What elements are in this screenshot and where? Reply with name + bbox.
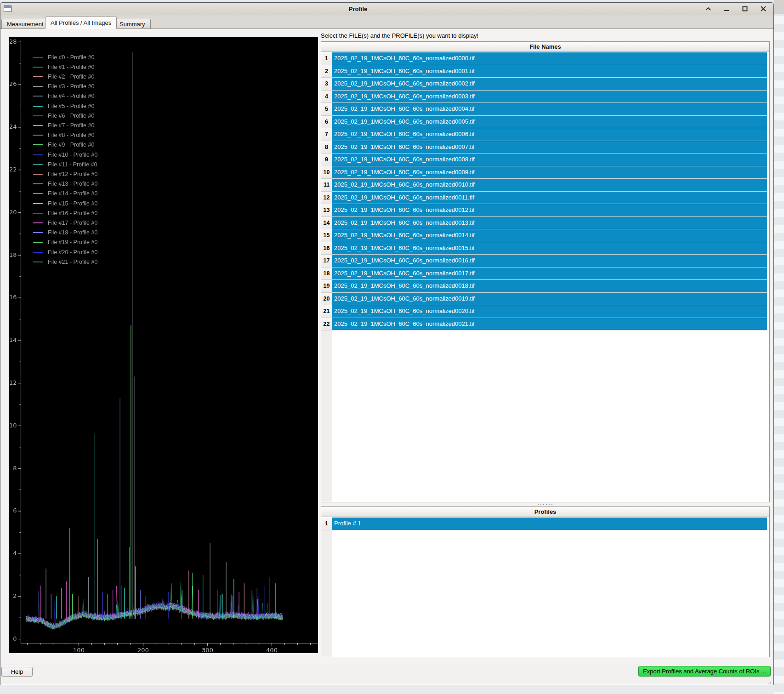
profile-rows-area[interactable]: 1Profile # 1 bbox=[321, 518, 769, 657]
file-row[interactable]: 162025_02_19_1MCsOH_60C_60s_normalized00… bbox=[321, 242, 769, 255]
row-number: 4 bbox=[321, 91, 332, 103]
background-window-strip-top bbox=[774, 0, 784, 14]
file-row[interactable]: 192025_02_19_1MCsOH_60C_60s_normalized00… bbox=[321, 280, 769, 293]
file-row[interactable]: 112025_02_19_1MCsOH_60C_60s_normalized00… bbox=[321, 179, 769, 192]
file-row[interactable]: 32025_02_19_1MCsOH_60C_60s_normalized000… bbox=[321, 78, 769, 91]
row-number: 9 bbox=[321, 154, 332, 166]
row-number: 16 bbox=[321, 242, 332, 255]
file-row[interactable]: 182025_02_19_1MCsOH_60C_60s_normalized00… bbox=[321, 267, 769, 280]
file-row[interactable]: 132025_02_19_1MCsOH_60C_60s_normalized00… bbox=[321, 204, 769, 217]
export-profiles-button[interactable]: Export Profiles and Average Counts of RO… bbox=[638, 666, 771, 677]
file-row-label: 2025_02_19_1MCsOH_60C_60s_normalized0004… bbox=[332, 103, 767, 116]
help-button[interactable]: Help bbox=[1, 667, 33, 677]
file-row[interactable]: 12025_02_19_1MCsOH_60C_60s_normalized000… bbox=[321, 52, 769, 65]
row-number: 20 bbox=[321, 293, 332, 306]
tab-bar: Measurement Summary All Profiles / All I… bbox=[0, 15, 773, 29]
profile-row-label: Profile # 1 bbox=[332, 518, 767, 530]
file-row[interactable]: 172025_02_19_1MCsOH_60C_60s_normalized00… bbox=[321, 255, 769, 267]
splitter-handle-icon bbox=[538, 504, 553, 505]
tab-summary[interactable]: Summary bbox=[114, 19, 151, 29]
row-number: 1 bbox=[321, 518, 332, 530]
row-number: 1 bbox=[321, 52, 332, 65]
row-number: 18 bbox=[321, 267, 332, 280]
file-row-label: 2025_02_19_1MCsOH_60C_60s_normalized0017… bbox=[332, 267, 767, 280]
row-number: 13 bbox=[321, 204, 332, 217]
row-number: 11 bbox=[321, 179, 332, 192]
file-row[interactable]: 222025_02_19_1MCsOH_60C_60s_normalized00… bbox=[321, 318, 769, 331]
file-row-label: 2025_02_19_1MCsOH_60C_60s_normalized0019… bbox=[332, 293, 767, 306]
file-row-label: 2025_02_19_1MCsOH_60C_60s_normalized0008… bbox=[332, 154, 767, 166]
file-row-label: 2025_02_19_1MCsOH_60C_60s_normalized0016… bbox=[332, 255, 767, 267]
file-row-label: 2025_02_19_1MCsOH_60C_60s_normalized0015… bbox=[332, 242, 767, 255]
file-row[interactable]: 202025_02_19_1MCsOH_60C_60s_normalized00… bbox=[321, 293, 769, 306]
file-row-label: 2025_02_19_1MCsOH_60C_60s_normalized0011… bbox=[332, 192, 767, 205]
window-title: Profile bbox=[11, 6, 704, 12]
profile-window: Profile Measurement Summary All Prof bbox=[0, 2, 774, 685]
file-row[interactable]: 22025_02_19_1MCsOH_60C_60s_normalized000… bbox=[321, 65, 769, 78]
close-icon[interactable] bbox=[760, 5, 767, 12]
file-row[interactable]: 92025_02_19_1MCsOH_60C_60s_normalized000… bbox=[321, 154, 769, 166]
row-number: 8 bbox=[321, 141, 332, 154]
profiles-header: Profiles bbox=[321, 507, 769, 517]
row-number-strip bbox=[321, 518, 332, 657]
file-row-label: 2025_02_19_1MCsOH_60C_60s_normalized0003… bbox=[332, 91, 767, 103]
row-number: 12 bbox=[321, 192, 332, 205]
file-row[interactable]: 42025_02_19_1MCsOH_60C_60s_normalized000… bbox=[321, 91, 769, 103]
titlebar[interactable]: Profile bbox=[0, 3, 773, 15]
file-row-label: 2025_02_19_1MCsOH_60C_60s_normalized0014… bbox=[332, 229, 767, 242]
file-row[interactable]: 212025_02_19_1MCsOH_60C_60s_normalized00… bbox=[321, 305, 769, 318]
file-row-label: 2025_02_19_1MCsOH_60C_60s_normalized0007… bbox=[332, 141, 767, 154]
file-row[interactable]: 52025_02_19_1MCsOH_60C_60s_normalized000… bbox=[321, 103, 769, 116]
file-row-label: 2025_02_19_1MCsOH_60C_60s_normalized0021… bbox=[332, 318, 767, 331]
file-row[interactable]: 82025_02_19_1MCsOH_60C_60s_normalized000… bbox=[321, 141, 769, 154]
minimize-icon[interactable] bbox=[723, 5, 730, 12]
file-row-label: 2025_02_19_1MCsOH_60C_60s_normalized0005… bbox=[332, 116, 767, 129]
file-row-label: 2025_02_19_1MCsOH_60C_60s_normalized0001… bbox=[332, 65, 767, 78]
row-number: 10 bbox=[321, 166, 332, 179]
row-number: 14 bbox=[321, 217, 332, 230]
bottom-bar: Help Export Profiles and Average Counts … bbox=[0, 663, 773, 685]
tab-all-profiles-all-images[interactable]: All Profiles / All Images bbox=[45, 17, 117, 29]
row-number: 21 bbox=[321, 305, 332, 318]
row-number: 7 bbox=[321, 128, 332, 141]
row-number: 15 bbox=[321, 229, 332, 242]
row-number: 17 bbox=[321, 255, 332, 267]
profile-plot: File #0 - Profile #0File #1 - Profile #0… bbox=[9, 37, 318, 653]
tab-measurement[interactable]: Measurement bbox=[1, 19, 49, 29]
file-row-label: 2025_02_19_1MCsOH_60C_60s_normalized0020… bbox=[332, 305, 767, 318]
profiles-table[interactable]: Profiles 1Profile # 1 bbox=[321, 506, 770, 657]
shade-icon[interactable] bbox=[704, 5, 712, 12]
file-row[interactable]: 152025_02_19_1MCsOH_60C_60s_normalized00… bbox=[321, 229, 769, 242]
maximize-icon[interactable] bbox=[741, 5, 749, 12]
file-row[interactable]: 72025_02_19_1MCsOH_60C_60s_normalized000… bbox=[321, 128, 769, 141]
file-row-label: 2025_02_19_1MCsOH_60C_60s_normalized0009… bbox=[332, 166, 767, 179]
file-row[interactable]: 62025_02_19_1MCsOH_60C_60s_normalized000… bbox=[321, 116, 769, 129]
tab-content: File #0 - Profile #0File #1 - Profile #0… bbox=[0, 29, 773, 685]
file-row-label: 2025_02_19_1MCsOH_60C_60s_normalized0000… bbox=[332, 52, 767, 65]
row-number: 22 bbox=[321, 318, 332, 331]
file-row-label: 2025_02_19_1MCsOH_60C_60s_normalized0018… bbox=[332, 280, 767, 293]
file-row[interactable]: 122025_02_19_1MCsOH_60C_60s_normalized00… bbox=[321, 192, 769, 205]
desktop-background: Profile Measurement Summary All Prof bbox=[0, 0, 784, 694]
plot-canvas bbox=[9, 37, 318, 653]
file-row-label: 2025_02_19_1MCsOH_60C_60s_normalized0012… bbox=[332, 204, 767, 217]
file-names-header: File Names bbox=[321, 42, 769, 52]
panel-splitter[interactable] bbox=[321, 503, 770, 506]
resize-grip-icon[interactable] bbox=[766, 681, 772, 685]
file-names-table[interactable]: File Names 12025_02_19_1MCsOH_60C_60s_no… bbox=[321, 41, 770, 502]
background-window-strip bbox=[774, 0, 784, 694]
file-row[interactable]: 142025_02_19_1MCsOH_60C_60s_normalized00… bbox=[321, 217, 769, 230]
file-rows-area[interactable]: 12025_02_19_1MCsOH_60C_60s_normalized000… bbox=[321, 52, 769, 502]
row-number: 6 bbox=[321, 116, 332, 129]
row-number: 5 bbox=[321, 103, 332, 116]
select-instruction-label: Select the FILE(s) and the PROFILE(s) yo… bbox=[321, 32, 478, 39]
profile-row[interactable]: 1Profile # 1 bbox=[321, 518, 769, 530]
file-row[interactable]: 102025_02_19_1MCsOH_60C_60s_normalized00… bbox=[321, 166, 769, 179]
app-icon bbox=[4, 6, 11, 12]
file-row-label: 2025_02_19_1MCsOH_60C_60s_normalized0006… bbox=[332, 128, 767, 141]
file-row-label: 2025_02_19_1MCsOH_60C_60s_normalized0002… bbox=[332, 78, 767, 91]
row-number: 2 bbox=[321, 65, 332, 78]
file-row-label: 2025_02_19_1MCsOH_60C_60s_normalized0010… bbox=[332, 179, 767, 192]
row-number: 3 bbox=[321, 78, 332, 91]
file-row-label: 2025_02_19_1MCsOH_60C_60s_normalized0013… bbox=[332, 217, 767, 230]
